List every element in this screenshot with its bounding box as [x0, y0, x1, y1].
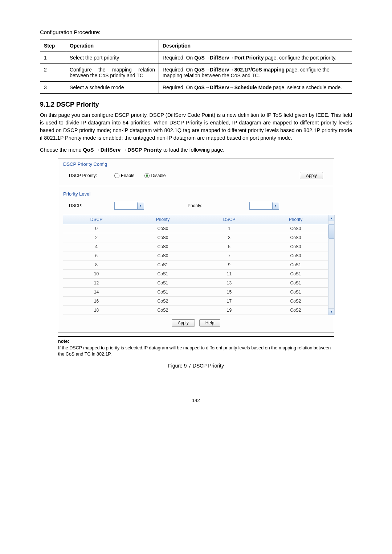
table-row: 16CoS217CoS2: [63, 297, 329, 306]
priority-cell: CoS1: [130, 279, 196, 287]
dscp-cell: 2: [63, 233, 130, 242]
dscp-cell: 3: [196, 233, 262, 242]
disable-radio[interactable]: Disable: [144, 173, 166, 178]
dscp-config-screenshot: DSCP Priority Config DSCP Priority: Enab…: [58, 158, 334, 333]
dscp-cell: 1: [196, 224, 262, 233]
dscp-cell: 10: [63, 270, 130, 278]
priority-cell: CoS1: [262, 279, 329, 287]
priority-cell: CoS2: [130, 297, 196, 305]
col-dscp: DSCP: [196, 215, 262, 224]
col-operation: Operation: [66, 40, 159, 52]
scroll-down-icon[interactable]: ▾: [328, 308, 334, 315]
priority-cell: CoS1: [262, 270, 329, 278]
dscp-cell: 11: [196, 270, 262, 278]
dscp-cell: 13: [196, 279, 262, 287]
priority-cell: CoS0: [262, 242, 329, 251]
dscp-cell: 7: [196, 251, 262, 260]
col-description: Description: [159, 40, 352, 52]
table-row: 2CoS03CoS0: [63, 233, 329, 242]
dscp-table-header: DSCP Priority DSCP Priority: [63, 215, 329, 224]
dscp-cell: 4: [63, 242, 130, 251]
priority-cell: CoS1: [262, 260, 329, 269]
priority-cell: CoS0: [262, 224, 329, 233]
priority-cell: CoS0: [130, 224, 196, 233]
col-step: Step: [40, 40, 66, 52]
table-row: 10CoS111CoS1: [63, 270, 329, 279]
description-text: Required. On QoS→DiffServ→Port Priority …: [159, 52, 352, 64]
priority-cell: CoS0: [130, 233, 196, 242]
step-number: 2: [40, 64, 66, 82]
col-priority: Priority: [262, 215, 329, 224]
dscp-cell: 12: [63, 279, 130, 287]
menu-path-instruction: Choose the menu QoS →DiffServ →DSCP Prio…: [40, 146, 352, 154]
scroll-thumb[interactable]: [328, 224, 334, 239]
radio-icon: [144, 173, 150, 178]
priority-cell: CoS2: [262, 306, 329, 315]
dscp-table-body: 0CoS01CoS02CoS03CoS04CoS05CoS06CoS07CoS0…: [63, 224, 329, 315]
priority-cell: CoS1: [130, 288, 196, 296]
priority-cell: CoS1: [262, 288, 329, 296]
priority-cell: CoS1: [130, 270, 196, 278]
dscp-cell: 16: [63, 297, 130, 305]
apply-button[interactable]: Apply: [300, 172, 323, 179]
heading-dscp-priority: 9.1.2 DSCP Priority: [40, 101, 352, 108]
priority-cell: CoS2: [262, 297, 329, 305]
priority-cell: CoS1: [130, 260, 196, 269]
table-row: 4CoS05CoS0: [63, 242, 329, 251]
priority-cell: CoS0: [262, 251, 329, 260]
priority-cell: CoS0: [130, 251, 196, 260]
dscp-select-label: DSCP:: [69, 203, 103, 208]
table-row: 1 Select the port priority Required. On …: [40, 52, 352, 64]
dscp-cell: 8: [63, 260, 130, 269]
enable-radio[interactable]: Enable: [114, 173, 134, 178]
table-row: 14CoS115CoS1: [63, 288, 329, 297]
operation-text: Configure the mapping relation between t…: [66, 64, 159, 82]
table-row: 12CoS113CoS1: [63, 279, 329, 288]
note-block: note: If the DSCP mapped to priority is …: [58, 338, 334, 358]
enable-radio-label: Enable: [121, 173, 134, 178]
priority-select[interactable]: ▾: [249, 202, 279, 210]
dscp-priority-label: DSCP Priority:: [69, 173, 111, 178]
dscp-description: On this page you can configure DSCP prio…: [40, 111, 352, 142]
priority-level-title: Priority Level: [58, 188, 334, 198]
dscp-cell: 0: [63, 224, 130, 233]
radio-icon: [114, 173, 119, 178]
dscp-priority-config-title: DSCP Priority Config: [58, 159, 334, 168]
procedure-table: Step Operation Description 1 Select the …: [40, 40, 352, 94]
dscp-cell: 9: [196, 260, 262, 269]
table-row: 8CoS19CoS1: [63, 260, 329, 270]
table-row: 2 Configure the mapping relation between…: [40, 64, 352, 82]
col-dscp: DSCP: [63, 215, 130, 224]
step-number: 3: [40, 82, 66, 94]
scrollbar[interactable]: ▴ ▾: [328, 215, 335, 315]
table-row: 0CoS01CoS0: [63, 224, 329, 233]
config-procedure-title: Configuration Procedure:: [40, 29, 352, 35]
figure-caption: Figure 9-7 DSCP Priority: [40, 363, 352, 369]
description-text: Required. On QoS→DiffServ→802.1P/CoS map…: [159, 64, 352, 82]
note-text: If the DSCP mapped to priority is select…: [58, 345, 334, 358]
priority-cell: CoS0: [130, 242, 196, 251]
dscp-cell: 6: [63, 251, 130, 260]
priority-cell: CoS2: [130, 306, 196, 315]
dscp-cell: 17: [196, 297, 262, 305]
table-row: 3 Select a schedule mode Required. On Qo…: [40, 82, 352, 94]
priority-cell: CoS0: [262, 233, 329, 242]
apply-button[interactable]: Apply: [172, 319, 195, 327]
scroll-up-icon[interactable]: ▴: [328, 215, 334, 221]
dscp-cell: 18: [63, 306, 130, 315]
table-row: 6CoS07CoS0: [63, 251, 329, 260]
step-number: 1: [40, 52, 66, 64]
dscp-cell: 19: [196, 306, 262, 315]
dscp-cell: 15: [196, 288, 262, 296]
operation-text: Select a schedule mode: [66, 82, 159, 94]
table-row: 18CoS219CoS2: [63, 306, 329, 315]
chevron-down-icon: ▾: [137, 202, 144, 209]
help-button[interactable]: Help: [199, 319, 221, 327]
priority-select-label: Priority:: [188, 203, 213, 208]
operation-text: Select the port priority: [66, 52, 159, 64]
col-priority: Priority: [130, 215, 196, 224]
description-text: Required. On QoS→DiffServ→Schedule Mode …: [159, 82, 352, 94]
dscp-select[interactable]: ▾: [114, 202, 144, 210]
disable-radio-label: Disable: [151, 173, 166, 178]
page-number: 142: [40, 398, 352, 403]
